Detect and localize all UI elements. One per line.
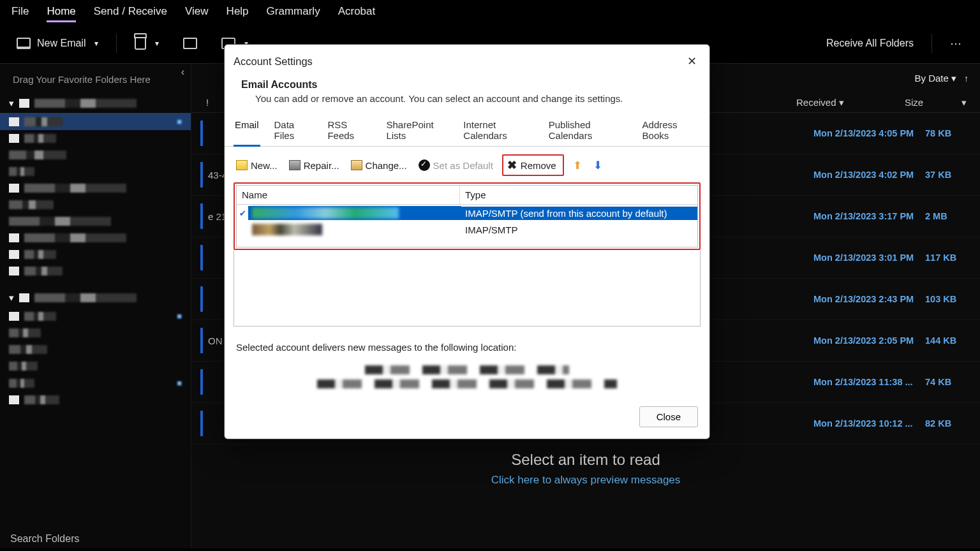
message-size: 74 KB <box>925 377 971 387</box>
chevron-down-icon[interactable]: ▾ <box>94 39 98 48</box>
preview-toggle-link[interactable]: Click here to always preview messages <box>191 474 980 487</box>
tab-data-files[interactable]: Data Files <box>273 115 314 146</box>
account-table-highlight: Name Type ✔ IMAP/SMTP (send from this ac… <box>234 182 701 250</box>
account-toolbar: New... Repair... Change... Set as Defaul… <box>225 147 709 181</box>
dialog-heading: Email Accounts <box>241 79 693 91</box>
account-type: IMAP/SMTP <box>461 223 697 237</box>
menu-grammarly[interactable]: Grammarly <box>267 5 320 22</box>
message-size: 117 KB <box>925 253 971 263</box>
message-date: Mon 2/13/2023 4:05 PM <box>813 128 925 138</box>
tab-published-calendars[interactable]: Published Calendars <box>547 115 628 146</box>
remove-account-button[interactable]: ✖Remove <box>502 154 564 176</box>
dialog-subheading: You can add or remove an account. You ca… <box>241 91 693 104</box>
folder-item[interactable] <box>0 392 191 408</box>
change-account-button[interactable]: Change... <box>348 159 410 172</box>
reading-pane-title: Select an item to read <box>191 451 980 469</box>
close-icon[interactable]: ✕ <box>683 52 701 70</box>
folder-item[interactable] <box>0 147 191 163</box>
menu-help[interactable]: Help <box>226 5 249 22</box>
received-column[interactable]: Received ▾ <box>796 97 905 108</box>
folder-item[interactable] <box>0 130 191 147</box>
account-table-empty-space <box>234 250 701 327</box>
folder-item[interactable]: ■ <box>0 307 191 325</box>
folder-item[interactable] <box>0 325 191 341</box>
set-default-button[interactable]: Set as Default <box>416 158 496 172</box>
column-name[interactable]: Name <box>237 186 460 204</box>
folder-item[interactable] <box>0 230 191 246</box>
arrow-up-icon: ⬆ <box>573 159 582 172</box>
unread-indicator <box>200 411 203 436</box>
tab-address-books[interactable]: Address Books <box>641 115 701 146</box>
account-row[interactable]: ✔ IMAP/SMTP (send from this account by d… <box>237 205 697 221</box>
folder-item[interactable] <box>0 358 191 374</box>
folder-item[interactable]: ▾ <box>0 94 191 113</box>
send-receive-all-label: Receive All Folders <box>826 38 914 49</box>
menu-home[interactable]: Home <box>47 5 75 22</box>
repair-account-button[interactable]: Repair... <box>286 159 342 172</box>
more-button[interactable]: ⋯ <box>941 33 972 54</box>
account-row[interactable]: IMAP/SMTP <box>237 221 697 238</box>
delivery-location-label: Selected account delivers new messages t… <box>225 338 709 360</box>
trash-icon <box>135 37 146 50</box>
sort-direction-button[interactable]: ↑ <box>964 73 969 84</box>
folder-item[interactable] <box>0 196 191 213</box>
chevron-down-icon[interactable]: ▾ <box>155 39 159 48</box>
menu-view[interactable]: View <box>185 5 209 22</box>
menu-bar: File Home Send / Receive View Help Gramm… <box>0 0 980 29</box>
new-icon <box>236 160 248 170</box>
importance-column[interactable]: ! <box>199 97 216 108</box>
message-size: 82 KB <box>925 418 971 429</box>
unread-indicator <box>200 328 203 353</box>
tab-internet-calendars[interactable]: Internet Calendars <box>462 115 534 146</box>
folder-item[interactable] <box>0 180 191 196</box>
menu-acrobat[interactable]: Acrobat <box>338 5 376 22</box>
dialog-tabs: Email Data Files RSS Feeds SharePoint Li… <box>225 115 709 147</box>
filter-icon[interactable]: ▾ <box>956 97 972 108</box>
move-down-button[interactable]: ⬇ <box>591 158 605 173</box>
message-date: Mon 2/13/2023 2:05 PM <box>813 335 925 346</box>
tab-rss-feeds[interactable]: RSS Feeds <box>326 115 372 146</box>
size-column[interactable]: Size <box>905 97 956 108</box>
folder-item[interactable] <box>0 263 191 279</box>
reading-pane: Select an item to read Click here to alw… <box>191 444 980 487</box>
mail-icon <box>17 38 31 49</box>
divider <box>116 34 117 53</box>
menu-send-receive[interactable]: Send / Receive <box>94 5 167 22</box>
dialog-title: Account Settings <box>234 55 313 68</box>
new-account-button[interactable]: New... <box>234 159 280 172</box>
message-date: Mon 2/13/2023 3:01 PM <box>813 253 925 263</box>
tab-email[interactable]: Email <box>234 115 260 147</box>
archive-button[interactable] <box>174 34 206 53</box>
search-folders[interactable]: Search Folders <box>10 533 80 545</box>
tab-sharepoint-lists[interactable]: SharePoint Lists <box>385 115 449 146</box>
folder-item[interactable]: ■ <box>0 374 191 392</box>
message-date: Mon 2/13/2023 3:17 PM <box>813 211 925 221</box>
delivery-location-value <box>225 365 709 406</box>
chevron-down-icon: ▾ <box>951 73 956 84</box>
delete-button[interactable]: ▾ <box>126 33 168 54</box>
folder-item[interactable]: ■ <box>0 113 191 130</box>
default-icon <box>419 159 430 171</box>
account-name-redacted <box>252 207 399 219</box>
folder-item[interactable] <box>0 246 191 263</box>
archive-icon <box>183 38 197 49</box>
column-type[interactable]: Type <box>460 186 697 204</box>
send-receive-all-button[interactable]: Receive All Folders <box>817 34 923 53</box>
message-size: 103 KB <box>925 294 971 304</box>
message-date: Mon 2/13/2023 2:43 PM <box>813 294 925 304</box>
close-button[interactable]: Close <box>639 406 698 427</box>
move-up-button[interactable]: ⬆ <box>570 158 584 173</box>
message-date: Mon 2/13/2023 11:38 ... <box>813 377 925 387</box>
folder-item[interactable] <box>0 213 191 230</box>
new-email-button[interactable]: New Email ▾ <box>8 34 107 53</box>
folder-item[interactable] <box>0 163 191 180</box>
new-email-label: New Email <box>37 38 85 49</box>
menu-file[interactable]: File <box>11 5 29 22</box>
folder-item[interactable] <box>0 341 191 358</box>
sort-by-button[interactable]: By Date ▾ <box>914 73 956 84</box>
folder-item[interactable]: ▾ <box>0 288 191 307</box>
arrow-down-icon: ⬇ <box>593 159 602 172</box>
unread-indicator <box>200 121 203 146</box>
collapse-sidebar-button[interactable]: ‹ <box>175 64 191 80</box>
unread-indicator <box>200 245 203 270</box>
